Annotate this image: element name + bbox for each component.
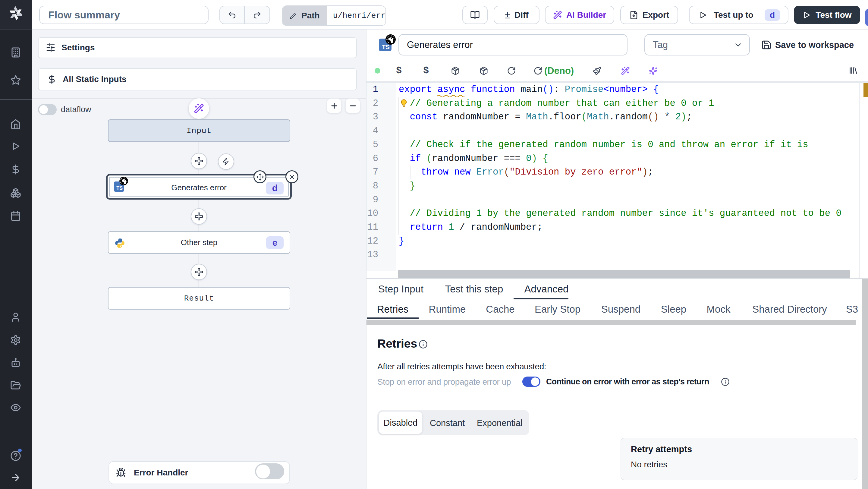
svg-text:TS: TS — [116, 185, 123, 191]
